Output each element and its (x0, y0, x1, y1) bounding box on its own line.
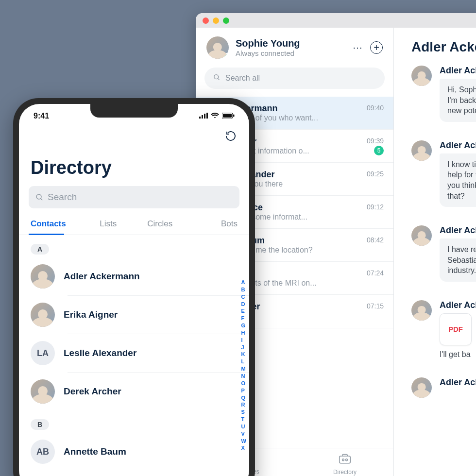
message-block: Adler AckeI know tihelp for tyou thinkth… (411, 140, 476, 207)
contact-row[interactable]: LALeslie Alexander (19, 334, 249, 372)
profile-name: Sophie Young (236, 38, 346, 49)
avatar (31, 303, 55, 327)
az-letter[interactable]: P (241, 387, 246, 394)
tab-circles[interactable]: Circles (134, 213, 186, 235)
az-letter[interactable]: L (241, 358, 246, 365)
directory-icon (339, 454, 351, 467)
az-letter[interactable]: N (241, 373, 246, 380)
window-minimize-icon[interactable] (213, 17, 219, 24)
contact-name: Adler Ackermann (64, 271, 140, 282)
contact-row[interactable]: Derek Archer (19, 373, 249, 410)
svg-point-3 (342, 459, 344, 461)
more-menu-button[interactable]: ⋯ (353, 42, 362, 53)
message-block: Adler AckeHi, SophiI'm backnew pote (411, 66, 476, 122)
search-placeholder: Search all (225, 74, 260, 83)
svg-rect-5 (199, 117, 201, 119)
az-letter[interactable]: J (241, 344, 246, 351)
message-block: Adler AckeI have reSebastiaindustry. (411, 225, 476, 282)
avatar (411, 140, 432, 161)
message-bubble: I know tihelp for tyou thinkthat? (440, 153, 476, 207)
search-input[interactable]: Search all (204, 68, 385, 89)
battery-icon (222, 112, 235, 120)
contact-name: Leslie Alexander (64, 348, 136, 358)
phone-notch (90, 104, 178, 118)
chat-time: 07:15 (367, 302, 384, 310)
phone-mockup: 9:41 Directory Search Contacts (13, 98, 255, 476)
az-letter[interactable]: B (241, 286, 246, 293)
message-bubble: I have reSebastiaindustry. (440, 238, 476, 282)
message-bubble: Hi, SophiI'm backnew pote (440, 79, 476, 122)
search-icon (35, 193, 44, 202)
chat-time: 09:12 (367, 203, 384, 211)
contact-row[interactable]: Adler Ackermann (19, 257, 249, 295)
tabs: ContactsListsCirclesBots (19, 213, 249, 235)
svg-point-0 (214, 75, 219, 79)
wifi-icon (211, 112, 219, 120)
window-titlebar (196, 13, 476, 28)
az-letter[interactable]: M (241, 365, 246, 373)
contact-name: Derek Archer (64, 386, 121, 397)
az-letter[interactable]: Q (241, 394, 246, 402)
section-header: A (31, 244, 49, 255)
profile-status: Always connected (236, 49, 346, 57)
az-letter[interactable]: C (241, 293, 246, 301)
message-text: I'll get ba (440, 350, 476, 359)
az-letter[interactable]: E (241, 307, 246, 315)
svg-point-4 (345, 459, 347, 461)
avatar: AB (31, 440, 55, 464)
tab-contacts[interactable]: Contacts (31, 213, 83, 235)
az-letter[interactable]: W (241, 438, 246, 445)
az-letter[interactable]: R (241, 401, 246, 408)
az-letter[interactable]: S (241, 408, 246, 416)
chat-time: 09:40 (367, 104, 384, 112)
message-block: Adler AckePDFI'll get ba (411, 300, 476, 359)
az-letter[interactable]: T (241, 416, 246, 423)
tab-lists[interactable]: Lists (83, 213, 135, 235)
window-close-icon[interactable] (203, 17, 209, 24)
search-placeholder: Search (48, 192, 77, 203)
current-user-profile[interactable]: Sophie Young Always connected ⋯ + (196, 28, 393, 65)
directory-search-input[interactable]: Search (29, 186, 239, 208)
refresh-button[interactable] (224, 129, 238, 143)
az-letter[interactable]: O (241, 380, 246, 387)
az-letter[interactable]: K (241, 351, 246, 358)
message-sender: Adler Acke (440, 140, 476, 151)
az-letter[interactable]: I (241, 337, 246, 344)
avatar (31, 264, 55, 289)
avatar (31, 379, 55, 404)
avatar (411, 377, 432, 398)
compose-button[interactable]: + (370, 41, 383, 54)
tab-bots[interactable]: Bots (186, 213, 238, 235)
message-sender: Adler Acke (440, 225, 476, 236)
conversation-title: Adler Acke (411, 39, 476, 55)
chat-time: 07:24 (367, 269, 384, 277)
status-time: 9:41 (34, 112, 49, 120)
conversation-panel: Adler Acke Adler AckeHi, SophiI'm backne… (394, 28, 476, 476)
az-letter[interactable]: F (241, 315, 246, 322)
az-letter[interactable]: D (241, 301, 246, 308)
svg-point-12 (36, 194, 41, 199)
az-letter[interactable]: V (241, 430, 246, 438)
avatar (411, 300, 432, 321)
avatar (206, 36, 229, 59)
message-sender: Adler Acke (440, 300, 476, 310)
nav-directory[interactable]: Directory (333, 454, 357, 476)
alphabet-index[interactable]: ABCDEFGHIJKLMNOPQRSTUVWX (241, 279, 246, 452)
az-letter[interactable]: A (241, 279, 246, 286)
avatar (411, 225, 432, 246)
az-letter[interactable]: X (241, 444, 246, 452)
cellular-signal-icon (199, 112, 208, 120)
contact-row[interactable]: Erika Aigner (19, 296, 249, 334)
message-sender: Adler Acke (440, 66, 476, 76)
window-zoom-icon[interactable] (223, 17, 229, 24)
contact-row[interactable]: ABAnnette Baum (19, 433, 249, 471)
svg-rect-10 (223, 114, 232, 118)
contact-name: Erika Aigner (64, 309, 118, 320)
unread-badge: 5 (374, 146, 384, 155)
svg-rect-6 (202, 115, 203, 119)
az-letter[interactable]: H (241, 329, 246, 337)
az-letter[interactable]: G (241, 322, 246, 329)
svg-rect-7 (204, 114, 205, 119)
az-letter[interactable]: U (241, 423, 246, 430)
pdf-attachment[interactable]: PDF (440, 313, 472, 345)
